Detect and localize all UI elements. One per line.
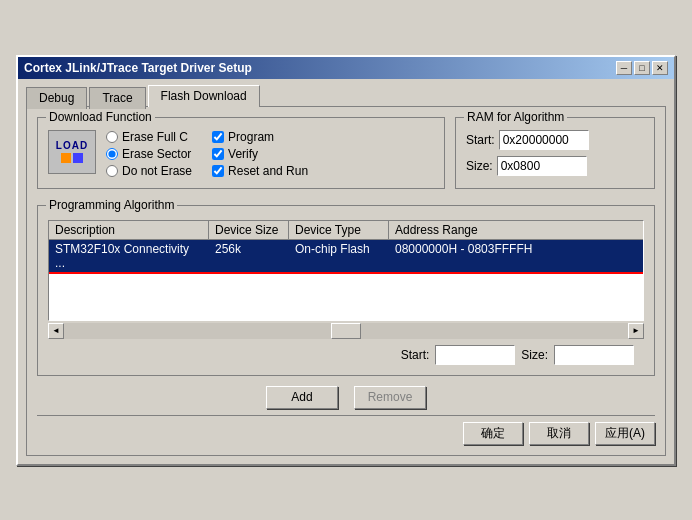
ram-algorithm-label: RAM for Algorithm	[464, 110, 567, 124]
options-checkbox-group: Program Verify Reset and Run	[212, 130, 308, 178]
table-body: STM32F10x Connectivity ... 256k On-chip …	[49, 240, 643, 320]
erase-radio-group: Erase Full C Erase Sector Do not Erase	[106, 130, 192, 178]
tab-trace[interactable]: Trace	[89, 87, 145, 109]
scroll-track[interactable]	[64, 323, 628, 339]
window-title: Cortex JLink/JTrace Target Driver Setup	[24, 61, 252, 75]
programming-algorithm-group: Programming Algorithm Description Device…	[37, 205, 655, 376]
scroll-thumb[interactable]	[331, 323, 361, 339]
gear-icons	[61, 153, 83, 163]
main-window: Cortex JLink/JTrace Target Driver Setup …	[16, 55, 676, 466]
maximize-button[interactable]: □	[634, 61, 650, 75]
load-icon: LOAD	[48, 130, 96, 174]
load-text: LOAD	[56, 140, 88, 151]
ram-start-label: Start:	[466, 133, 495, 147]
red-line	[49, 272, 643, 274]
cell-address-range: 08000000H - 0803FFFFH	[389, 240, 549, 272]
radio-erase-full[interactable]: Erase Full C	[106, 130, 192, 144]
ram-algorithm-group: RAM for Algorithm Start: Size:	[455, 117, 655, 189]
algo-size-input[interactable]	[554, 345, 634, 365]
add-button[interactable]: Add	[266, 386, 338, 409]
col-description: Description	[49, 221, 209, 239]
ram-content: Start: Size:	[466, 130, 644, 176]
checkbox-program[interactable]: Program	[212, 130, 308, 144]
algo-start-input[interactable]	[435, 345, 515, 365]
gear-icon-orange	[61, 153, 71, 163]
horizontal-scrollbar[interactable]: ◄ ►	[48, 323, 644, 339]
checkbox-verify-input[interactable]	[212, 148, 224, 160]
cell-description: STM32F10x Connectivity ...	[49, 240, 209, 272]
algo-size-label: Size:	[521, 348, 548, 362]
radio-do-not-erase-input[interactable]	[106, 165, 118, 177]
tab-bar: Debug Trace Flash Download	[26, 85, 666, 107]
title-bar: Cortex JLink/JTrace Target Driver Setup …	[18, 57, 674, 79]
checkbox-reset-run[interactable]: Reset and Run	[212, 164, 308, 178]
col-device-size: Device Size	[209, 221, 289, 239]
ram-size-row: Size:	[466, 156, 644, 176]
tab-content: Download Function LOAD	[26, 106, 666, 456]
col-address-range: Address Range	[389, 221, 549, 239]
radio-erase-sector[interactable]: Erase Sector	[106, 147, 192, 161]
bottom-buttons: 确定 取消 应用(A)	[37, 415, 655, 445]
radio-do-not-erase[interactable]: Do not Erase	[106, 164, 192, 178]
download-function-content: LOAD Erase Full C	[48, 130, 434, 178]
ram-size-input[interactable]	[497, 156, 587, 176]
download-function-label: Download Function	[46, 110, 155, 124]
checkbox-reset-run-input[interactable]	[212, 165, 224, 177]
ram-size-label: Size:	[466, 159, 493, 173]
cancel-button[interactable]: 取消	[529, 422, 589, 445]
scroll-left-button[interactable]: ◄	[48, 323, 64, 339]
ram-start-row: Start:	[466, 130, 644, 150]
window-content: Debug Trace Flash Download Download Func…	[18, 79, 674, 464]
download-function-group: Download Function LOAD	[37, 117, 445, 189]
col-device-type: Device Type	[289, 221, 389, 239]
scroll-right-button[interactable]: ►	[628, 323, 644, 339]
cell-device-size: 256k	[209, 240, 289, 272]
checkbox-verify[interactable]: Verify	[212, 147, 308, 161]
ram-start-input[interactable]	[499, 130, 589, 150]
cell-device-type: On-chip Flash	[289, 240, 389, 272]
table-row[interactable]: STM32F10x Connectivity ... 256k On-chip …	[49, 240, 643, 272]
checkbox-program-input[interactable]	[212, 131, 224, 143]
remove-button[interactable]: Remove	[354, 386, 426, 409]
top-section: Download Function LOAD	[37, 117, 655, 197]
algorithm-table: Description Device Size Device Type Addr…	[48, 220, 644, 321]
title-bar-buttons: ─ □ ✕	[616, 61, 668, 75]
ok-button[interactable]: 确定	[463, 422, 523, 445]
table-header: Description Device Size Device Type Addr…	[49, 221, 643, 240]
close-button[interactable]: ✕	[652, 61, 668, 75]
algo-start-label: Start:	[401, 348, 430, 362]
start-size-row: Start: Size:	[48, 345, 644, 365]
radio-erase-sector-input[interactable]	[106, 148, 118, 160]
programming-algorithm-label: Programming Algorithm	[46, 198, 177, 212]
minimize-button[interactable]: ─	[616, 61, 632, 75]
add-remove-row: Add Remove	[37, 386, 655, 409]
gear-icon-blue	[73, 153, 83, 163]
radio-erase-full-input[interactable]	[106, 131, 118, 143]
tab-debug[interactable]: Debug	[26, 87, 87, 109]
apply-button[interactable]: 应用(A)	[595, 422, 655, 445]
tab-flash-download[interactable]: Flash Download	[148, 85, 260, 107]
